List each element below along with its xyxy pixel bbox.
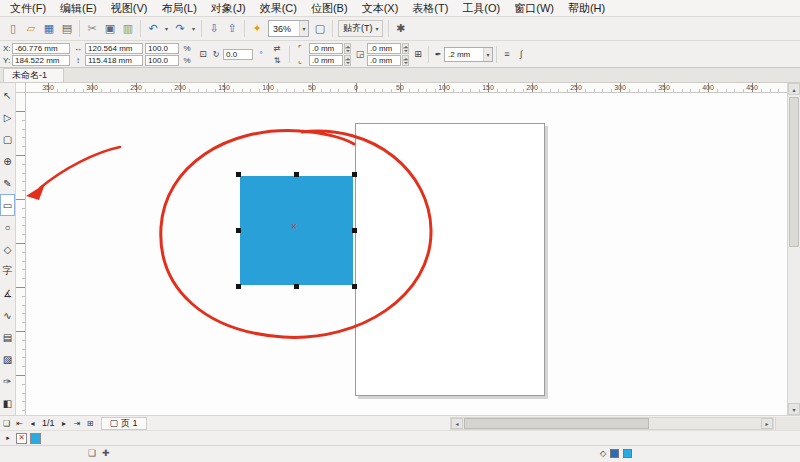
- options-icon[interactable]: ✱: [392, 20, 410, 38]
- redo-dropdown-icon[interactable]: ▾: [189, 20, 198, 38]
- scroll-left-icon[interactable]: ◂: [451, 418, 463, 429]
- horizontal-scrollbar-thumb[interactable]: [464, 418, 649, 429]
- rotation-angle-field[interactable]: 0.0: [223, 49, 253, 60]
- zoom-dropdown-icon[interactable]: ▾: [299, 21, 308, 36]
- menu-bitmaps[interactable]: 位图(B): [304, 0, 355, 16]
- field-spinner[interactable]: [402, 43, 409, 54]
- selection-handle[interactable]: [236, 228, 241, 233]
- relative-corner-scaling-button[interactable]: ⊞: [411, 48, 425, 60]
- ruler-origin-corner[interactable]: [16, 83, 26, 93]
- scale-x-field[interactable]: 100.0: [145, 43, 179, 54]
- horizontal-scrollbar[interactable]: ◂ ▸: [450, 417, 774, 430]
- palette-flyout-icon[interactable]: ▸: [3, 434, 13, 442]
- menu-tools[interactable]: 工具(O): [455, 0, 507, 16]
- dimension-tool[interactable]: ∡: [0, 282, 15, 304]
- horizontal-ruler[interactable]: 350 300 250 200 150 100 50 0 50 100 150 …: [26, 83, 787, 93]
- last-page-button[interactable]: ⇥: [71, 417, 84, 430]
- lock-ratio-button[interactable]: ⊡: [196, 48, 210, 60]
- convert-to-curves-button[interactable]: ∫: [514, 48, 528, 60]
- menu-object[interactable]: 对象(J): [204, 0, 253, 16]
- zoom-level-combobox[interactable]: 36% ▾: [268, 20, 309, 37]
- outline-width-dropdown-icon[interactable]: ▾: [483, 48, 492, 61]
- transparency-tool[interactable]: ▨: [0, 348, 15, 370]
- cut-icon[interactable]: ✂: [83, 20, 101, 38]
- menu-file[interactable]: 文件(F): [3, 0, 53, 16]
- field-spinner[interactable]: [402, 55, 409, 66]
- chamfer-corner-button[interactable]: ◲: [353, 48, 367, 60]
- polygon-tool[interactable]: ◇: [0, 238, 15, 260]
- full-screen-preview-icon[interactable]: ▢: [311, 20, 329, 38]
- menu-effects[interactable]: 效果(C): [253, 0, 304, 16]
- page-tab[interactable]: ▢ 页 1: [101, 417, 147, 430]
- shape-tool[interactable]: ▷: [0, 106, 15, 128]
- scale-y-field[interactable]: 100.0: [145, 55, 179, 66]
- scroll-down-icon[interactable]: ▾: [788, 403, 800, 415]
- selection-handle[interactable]: [236, 284, 241, 289]
- cyan-color-swatch[interactable]: [30, 433, 41, 444]
- object-height-field[interactable]: 115.418 mm: [85, 55, 143, 66]
- menu-text[interactable]: 文本(X): [355, 0, 406, 16]
- no-color-swatch[interactable]: ✕: [16, 433, 27, 444]
- snap-dropdown-icon[interactable]: ▾: [373, 20, 382, 38]
- outline-width-combobox[interactable]: .2 mm ▾: [444, 47, 493, 62]
- vertical-ruler[interactable]: [16, 93, 26, 415]
- selection-handle[interactable]: [352, 172, 357, 177]
- field-spinner[interactable]: [344, 43, 351, 54]
- corner-radius-tl-field[interactable]: .0 mm: [309, 43, 343, 54]
- selection-handle[interactable]: [294, 284, 299, 289]
- scroll-up-icon[interactable]: ▴: [788, 83, 800, 95]
- y-position-field[interactable]: 184.522 mm: [12, 55, 70, 66]
- first-page-button[interactable]: ⇤: [13, 417, 26, 430]
- freehand-tool[interactable]: ✎: [0, 172, 15, 194]
- round-corner-button[interactable]: ⌜: [293, 43, 307, 54]
- object-width-field[interactable]: 120.564 mm: [85, 43, 143, 54]
- export-icon[interactable]: ⇧: [223, 20, 241, 38]
- snap-to-combobox[interactable]: 贴齐(T) ▾: [338, 20, 383, 37]
- wrap-text-button[interactable]: ≡: [500, 48, 514, 60]
- menu-table[interactable]: 表格(T): [405, 0, 455, 16]
- document-page[interactable]: [355, 123, 545, 396]
- crop-tool[interactable]: ▢: [0, 128, 15, 150]
- fill-tool[interactable]: ◧: [0, 392, 15, 414]
- document-tab[interactable]: 未命名-1: [3, 68, 64, 82]
- x-position-field[interactable]: -60.776 mm: [12, 43, 70, 54]
- vertical-scrollbar[interactable]: ▴ ▾: [787, 83, 800, 415]
- eyedropper-tool[interactable]: ✑: [0, 370, 15, 392]
- print-icon[interactable]: ▤: [58, 20, 76, 38]
- corner-radius-bl-field[interactable]: .0 mm: [309, 55, 343, 66]
- next-page-button[interactable]: ▸: [58, 417, 71, 430]
- mirror-horizontal-button[interactable]: ⇄: [270, 43, 284, 54]
- scalloped-corner-button[interactable]: ⌞: [293, 55, 307, 66]
- drawing-canvas[interactable]: ×: [26, 93, 787, 415]
- text-tool[interactable]: 字: [0, 260, 15, 282]
- connector-tool[interactable]: ∿: [0, 304, 15, 326]
- field-spinner[interactable]: [344, 55, 351, 66]
- menu-view[interactable]: 视图(V): [104, 0, 155, 16]
- add-page-button[interactable]: ⊞: [84, 417, 97, 430]
- redo-icon[interactable]: ↷: [171, 20, 189, 38]
- menu-edit[interactable]: 编辑(E): [53, 0, 104, 16]
- copy-icon[interactable]: ▣: [101, 20, 119, 38]
- corner-radius-br-field[interactable]: .0 mm: [367, 55, 401, 66]
- pick-tool[interactable]: ↖: [0, 84, 15, 106]
- open-icon[interactable]: ▱: [22, 20, 40, 38]
- paste-icon[interactable]: ▥: [119, 20, 137, 38]
- undo-dropdown-icon[interactable]: ▾: [162, 20, 171, 38]
- selection-handle[interactable]: [236, 172, 241, 177]
- selection-handle[interactable]: [352, 284, 357, 289]
- selection-handle[interactable]: [352, 228, 357, 233]
- shadow-tool[interactable]: ▤: [0, 326, 15, 348]
- ellipse-tool[interactable]: ○: [0, 216, 15, 238]
- save-icon[interactable]: ▦: [40, 20, 58, 38]
- vertical-scrollbar-thumb[interactable]: [789, 97, 799, 247]
- menu-help[interactable]: 帮助(H): [561, 0, 612, 16]
- new-document-icon[interactable]: ▯: [4, 20, 22, 38]
- page-sorter-icon[interactable]: ❏: [0, 417, 13, 430]
- app-launcher-icon[interactable]: ✦: [248, 20, 266, 38]
- menu-layout[interactable]: 布局(L): [154, 0, 203, 16]
- import-icon[interactable]: ⇩: [205, 20, 223, 38]
- selection-handle[interactable]: [294, 172, 299, 177]
- rectangle-tool[interactable]: ▭: [0, 194, 15, 216]
- scroll-right-icon[interactable]: ▸: [761, 418, 773, 429]
- mirror-vertical-button[interactable]: ⇅: [270, 55, 284, 66]
